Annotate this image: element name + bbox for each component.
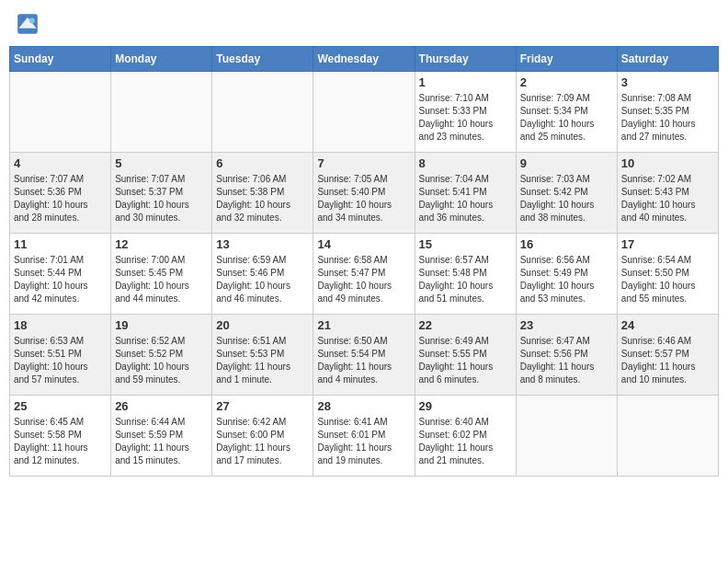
day-number: 6 (216, 156, 309, 170)
calendar-day-cell: 1Sunrise: 7:10 AM Sunset: 5:33 PM Daylig… (415, 72, 516, 153)
day-info: Sunrise: 6:57 AM Sunset: 5:48 PM Dayligh… (419, 254, 512, 305)
day-info: Sunrise: 7:10 AM Sunset: 5:33 PM Dayligh… (419, 92, 512, 144)
day-number: 9 (520, 156, 613, 170)
day-info: Sunrise: 7:07 AM Sunset: 5:37 PM Dayligh… (115, 173, 208, 224)
day-info: Sunrise: 7:00 AM Sunset: 5:45 PM Dayligh… (115, 254, 208, 305)
day-info: Sunrise: 7:07 AM Sunset: 5:36 PM Dayligh… (14, 173, 107, 224)
calendar-day-cell: 26Sunrise: 6:44 AM Sunset: 5:59 PM Dayli… (111, 396, 212, 477)
calendar-week-row: 11Sunrise: 7:01 AM Sunset: 5:44 PM Dayli… (10, 234, 719, 315)
day-number: 18 (14, 318, 107, 332)
calendar-day-cell: 18Sunrise: 6:53 AM Sunset: 5:51 PM Dayli… (10, 315, 111, 396)
logo (17, 13, 42, 35)
day-number: 24 (621, 318, 714, 332)
day-number: 5 (115, 156, 208, 170)
day-number: 10 (621, 156, 714, 170)
day-number: 7 (317, 156, 410, 170)
day-info: Sunrise: 7:04 AM Sunset: 5:41 PM Dayligh… (419, 173, 512, 224)
day-info: Sunrise: 6:54 AM Sunset: 5:50 PM Dayligh… (621, 254, 714, 305)
day-info: Sunrise: 7:05 AM Sunset: 5:40 PM Dayligh… (317, 173, 410, 224)
day-info: Sunrise: 7:03 AM Sunset: 5:42 PM Dayligh… (520, 173, 613, 224)
day-info: Sunrise: 6:49 AM Sunset: 5:55 PM Dayligh… (419, 335, 512, 386)
day-info: Sunrise: 6:59 AM Sunset: 5:46 PM Dayligh… (216, 254, 309, 305)
day-number: 17 (621, 237, 714, 251)
day-number: 14 (317, 237, 410, 251)
calendar-day-cell: 20Sunrise: 6:51 AM Sunset: 5:53 PM Dayli… (212, 315, 313, 396)
day-info: Sunrise: 6:42 AM Sunset: 6:00 PM Dayligh… (216, 416, 309, 467)
day-number: 22 (419, 318, 512, 332)
calendar-day-cell: 17Sunrise: 6:54 AM Sunset: 5:50 PM Dayli… (617, 234, 718, 315)
calendar-day-cell: 15Sunrise: 6:57 AM Sunset: 5:48 PM Dayli… (415, 234, 516, 315)
calendar-day-cell: 29Sunrise: 6:40 AM Sunset: 6:02 PM Dayli… (415, 396, 516, 477)
calendar-day-cell (111, 72, 212, 153)
calendar-day-cell: 21Sunrise: 6:50 AM Sunset: 5:54 PM Dayli… (313, 315, 415, 396)
calendar-day-cell: 8Sunrise: 7:04 AM Sunset: 5:41 PM Daylig… (415, 153, 516, 234)
weekday-header-cell: Tuesday (212, 47, 313, 72)
calendar-day-cell: 27Sunrise: 6:42 AM Sunset: 6:00 PM Dayli… (212, 396, 313, 477)
day-info: Sunrise: 6:50 AM Sunset: 5:54 PM Dayligh… (317, 335, 410, 386)
day-info: Sunrise: 7:09 AM Sunset: 5:34 PM Dayligh… (520, 92, 613, 144)
weekday-header-row: SundayMondayTuesdayWednesdayThursdayFrid… (10, 47, 719, 72)
day-number: 16 (520, 237, 613, 251)
day-number: 8 (419, 156, 512, 170)
day-number: 19 (115, 318, 208, 332)
weekday-header-cell: Friday (516, 47, 617, 72)
weekday-header-cell: Monday (111, 47, 212, 72)
day-info: Sunrise: 6:46 AM Sunset: 5:57 PM Dayligh… (621, 335, 714, 386)
day-number: 21 (317, 318, 410, 332)
day-info: Sunrise: 7:02 AM Sunset: 5:43 PM Dayligh… (621, 173, 714, 224)
calendar-day-cell (212, 72, 313, 153)
calendar-day-cell: 28Sunrise: 6:41 AM Sunset: 6:01 PM Dayli… (313, 396, 415, 477)
day-info: Sunrise: 6:56 AM Sunset: 5:49 PM Dayligh… (520, 254, 613, 305)
calendar-day-cell: 9Sunrise: 7:03 AM Sunset: 5:42 PM Daylig… (516, 153, 617, 234)
day-info: Sunrise: 6:53 AM Sunset: 5:51 PM Dayligh… (14, 335, 107, 386)
day-number: 29 (419, 399, 512, 413)
day-number: 23 (520, 318, 613, 332)
calendar-day-cell: 24Sunrise: 6:46 AM Sunset: 5:57 PM Dayli… (617, 315, 718, 396)
calendar-day-cell: 10Sunrise: 7:02 AM Sunset: 5:43 PM Dayli… (617, 153, 718, 234)
calendar-week-row: 25Sunrise: 6:45 AM Sunset: 5:58 PM Dayli… (10, 396, 719, 477)
day-number: 4 (14, 156, 107, 170)
day-number: 25 (14, 399, 107, 413)
weekday-header-cell: Thursday (415, 47, 516, 72)
calendar-week-row: 4Sunrise: 7:07 AM Sunset: 5:36 PM Daylig… (10, 153, 719, 234)
calendar-day-cell: 6Sunrise: 7:06 AM Sunset: 5:38 PM Daylig… (212, 153, 313, 234)
day-info: Sunrise: 6:41 AM Sunset: 6:01 PM Dayligh… (317, 416, 410, 467)
calendar-day-cell: 13Sunrise: 6:59 AM Sunset: 5:46 PM Dayli… (212, 234, 313, 315)
svg-point-2 (29, 17, 35, 23)
day-number: 12 (115, 237, 208, 251)
day-info: Sunrise: 6:45 AM Sunset: 5:58 PM Dayligh… (14, 416, 107, 467)
day-info: Sunrise: 6:44 AM Sunset: 5:59 PM Dayligh… (115, 416, 208, 467)
weekday-header-cell: Wednesday (313, 47, 415, 72)
day-info: Sunrise: 7:01 AM Sunset: 5:44 PM Dayligh… (14, 254, 107, 305)
calendar-day-cell: 3Sunrise: 7:08 AM Sunset: 5:35 PM Daylig… (617, 72, 718, 153)
day-number: 27 (216, 399, 309, 413)
day-info: Sunrise: 6:51 AM Sunset: 5:53 PM Dayligh… (216, 335, 309, 386)
day-number: 3 (621, 75, 714, 89)
calendar-day-cell: 22Sunrise: 6:49 AM Sunset: 5:55 PM Dayli… (415, 315, 516, 396)
calendar-day-cell (10, 72, 111, 153)
calendar-day-cell: 14Sunrise: 6:58 AM Sunset: 5:47 PM Dayli… (313, 234, 415, 315)
day-number: 20 (216, 318, 309, 332)
calendar-day-cell: 11Sunrise: 7:01 AM Sunset: 5:44 PM Dayli… (10, 234, 111, 315)
day-number: 11 (14, 237, 107, 251)
calendar-table: SundayMondayTuesdayWednesdayThursdayFrid… (9, 46, 719, 477)
calendar-day-cell (313, 72, 415, 153)
calendar-day-cell: 25Sunrise: 6:45 AM Sunset: 5:58 PM Dayli… (10, 396, 111, 477)
page-header (9, 9, 719, 39)
calendar-day-cell: 16Sunrise: 6:56 AM Sunset: 5:49 PM Dayli… (516, 234, 617, 315)
day-info: Sunrise: 6:47 AM Sunset: 5:56 PM Dayligh… (520, 335, 613, 386)
day-info: Sunrise: 7:08 AM Sunset: 5:35 PM Dayligh… (621, 92, 714, 144)
day-number: 28 (317, 399, 410, 413)
day-info: Sunrise: 7:06 AM Sunset: 5:38 PM Dayligh… (216, 173, 309, 224)
day-info: Sunrise: 6:40 AM Sunset: 6:02 PM Dayligh… (419, 416, 512, 467)
day-number: 15 (419, 237, 512, 251)
calendar-day-cell: 19Sunrise: 6:52 AM Sunset: 5:52 PM Dayli… (111, 315, 212, 396)
calendar-day-cell (516, 396, 617, 477)
calendar-day-cell (617, 396, 718, 477)
calendar-day-cell: 4Sunrise: 7:07 AM Sunset: 5:36 PM Daylig… (10, 153, 111, 234)
calendar-day-cell: 12Sunrise: 7:00 AM Sunset: 5:45 PM Dayli… (111, 234, 212, 315)
day-number: 1 (419, 75, 512, 89)
day-info: Sunrise: 6:52 AM Sunset: 5:52 PM Dayligh… (115, 335, 208, 386)
day-number: 13 (216, 237, 309, 251)
day-number: 2 (520, 75, 613, 89)
